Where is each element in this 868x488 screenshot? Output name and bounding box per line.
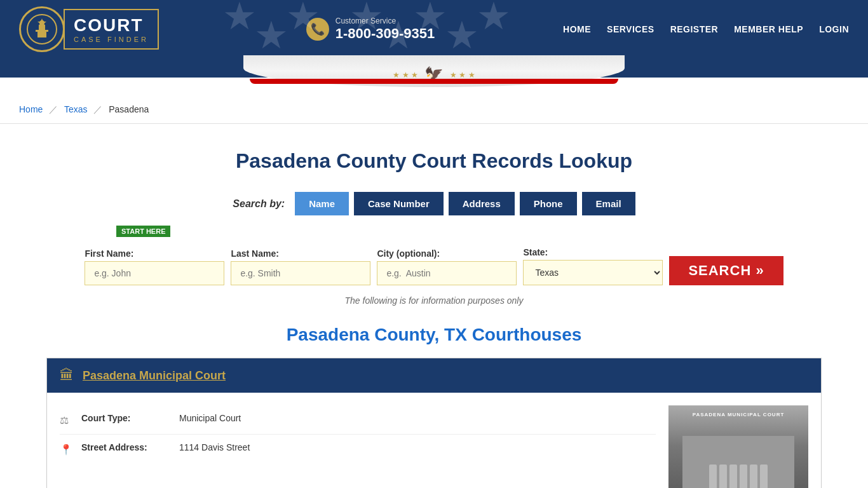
nav-home[interactable]: HOME xyxy=(563,24,591,34)
breadcrumb-current: Pasadena xyxy=(109,104,149,114)
ribbon-container: ★ ★ ★ 🦅 ★ ★ ★ xyxy=(0,58,868,78)
ribbon-stars-left: ★ ★ ★ xyxy=(393,71,418,79)
breadcrumb: Home ／ Texas ／ Pasadena xyxy=(0,97,868,124)
logo-court-text: COURT xyxy=(74,15,149,36)
search-section: Search by: Name Case Number Address Phon… xyxy=(46,192,822,306)
court-img-label: PASADENA MUNICIPAL COURT xyxy=(668,412,808,417)
start-here-container: START HERE xyxy=(116,226,752,243)
tab-case-number[interactable]: Case Number xyxy=(354,192,444,215)
cs-phone: 1-800-309-9351 xyxy=(336,25,435,41)
nav-services[interactable]: SERVICES xyxy=(607,24,654,34)
city-label: City (optional): xyxy=(377,248,517,259)
logo-area[interactable]: COURT CASE FINDER xyxy=(19,6,159,52)
logo-sub-text: CASE FINDER xyxy=(74,36,149,43)
start-here-badge: START HERE xyxy=(116,226,170,237)
street-address-label: Street Address: xyxy=(81,442,170,452)
last-name-input[interactable] xyxy=(231,261,370,285)
tab-name[interactable]: Name xyxy=(295,192,349,215)
court-type-row: ⚖ Court Type: Municipal Court xyxy=(60,405,656,435)
street-address-row: 📍 Street Address: 1114 Davis Street xyxy=(60,435,656,463)
tab-address[interactable]: Address xyxy=(449,192,515,215)
search-by-row: Search by: Name Case Number Address Phon… xyxy=(46,192,822,215)
svg-rect-2 xyxy=(36,30,48,32)
city-input[interactable] xyxy=(377,261,517,285)
first-name-input[interactable] xyxy=(85,261,224,285)
site-header: ★ ★ ★ ★ ★ ★ ★ ★ COURT CASE FINDER 📞 Cust… xyxy=(0,0,868,58)
last-name-label: Last Name: xyxy=(231,248,370,259)
logo-circle xyxy=(19,6,65,52)
courthouse-body: ⚖ Court Type: Municipal Court 📍 Street A… xyxy=(47,393,821,488)
last-name-group: Last Name: xyxy=(231,248,370,285)
columns-sim xyxy=(709,464,768,488)
nav-login[interactable]: LOGIN xyxy=(819,24,849,34)
breadcrumb-state[interactable]: Texas xyxy=(64,104,88,114)
courthouse-details: ⚖ Court Type: Municipal Court 📍 Street A… xyxy=(60,405,656,488)
tab-email[interactable]: Email xyxy=(582,192,635,215)
state-group: State: Texas Alabama Alaska Arizona Cali… xyxy=(523,247,663,285)
courthouses-title: Pasadena County, TX Courthouses xyxy=(46,325,822,345)
courthouse-building-icon: 🏛 xyxy=(60,367,74,384)
search-button[interactable]: SEARCH » xyxy=(669,256,783,285)
svg-rect-1 xyxy=(37,31,46,37)
search-form: First Name: Last Name: City (optional): … xyxy=(46,247,822,285)
city-group: City (optional): xyxy=(377,248,517,285)
cs-label: Customer Service xyxy=(336,17,435,25)
court-building-sim xyxy=(682,436,794,488)
court-type-value: Municipal Court xyxy=(179,413,241,423)
ribbon-stars-right: ★ ★ ★ xyxy=(450,71,475,79)
nav-register[interactable]: REGISTER xyxy=(670,24,719,34)
nav-member-help[interactable]: MEMBER HELP xyxy=(734,24,803,34)
location-icon: 📍 xyxy=(60,444,72,456)
search-by-label: Search by: xyxy=(233,198,285,210)
main-nav: HOME SERVICES REGISTER MEMBER HELP LOGIN xyxy=(563,24,849,34)
state-select[interactable]: Texas Alabama Alaska Arizona California … xyxy=(523,260,663,285)
courthouse-card-0: 🏛 Pasadena Municipal Court ⚖ Court Type:… xyxy=(46,358,822,488)
first-name-label: First Name: xyxy=(85,248,224,259)
courthouse-name[interactable]: Pasadena Municipal Court xyxy=(83,369,226,383)
courthouse-header: 🏛 Pasadena Municipal Court xyxy=(47,358,821,393)
ribbon-red xyxy=(250,79,618,84)
court-type-icon: ⚖ xyxy=(60,414,72,426)
courthouse-image: PASADENA MUNICIPAL COURT xyxy=(668,405,808,488)
phone-icon: 📞 xyxy=(306,18,329,41)
state-label: State: xyxy=(523,247,663,257)
page-title: Pasadena County Court Records Lookup xyxy=(46,149,822,173)
customer-service: 📞 Customer Service 1-800-309-9351 xyxy=(306,17,435,42)
logo-text: COURT CASE FINDER xyxy=(64,9,159,50)
court-img-simulation: PASADENA MUNICIPAL COURT xyxy=(668,405,808,488)
tab-phone[interactable]: Phone xyxy=(520,192,577,215)
first-name-group: First Name: xyxy=(85,248,224,285)
info-note: The following is for information purpose… xyxy=(46,295,822,306)
breadcrumb-sep-1: ／ xyxy=(49,104,58,114)
street-address-value: 1114 Davis Street xyxy=(179,442,250,452)
breadcrumb-home[interactable]: Home xyxy=(19,104,43,114)
main-content: Pasadena County Court Records Lookup Sea… xyxy=(21,124,847,488)
court-type-label: Court Type: xyxy=(81,413,170,423)
breadcrumb-sep-2: ／ xyxy=(93,104,102,114)
